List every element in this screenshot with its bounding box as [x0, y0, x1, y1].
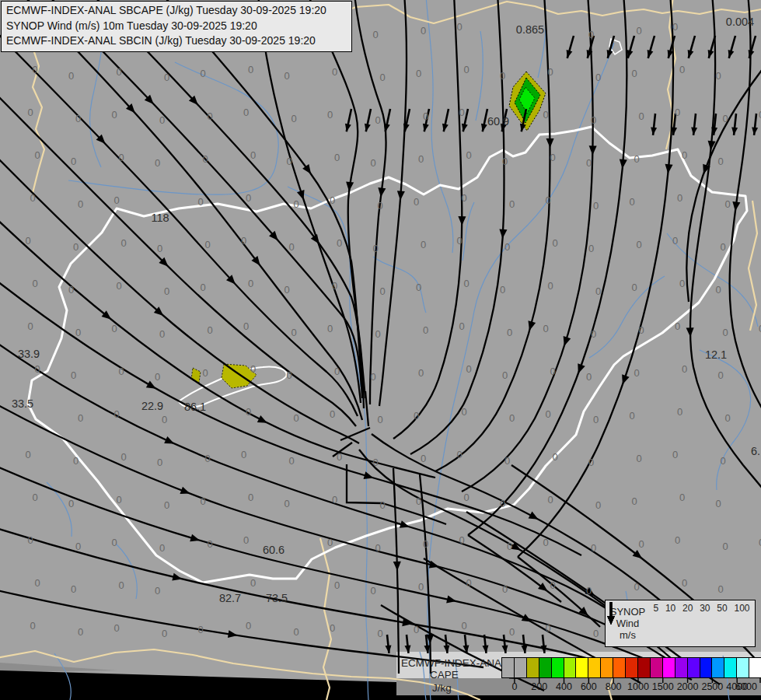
- station-zero: 0: [461, 406, 466, 418]
- station-zero: 0: [717, 156, 723, 167]
- station-zero: 0: [679, 492, 685, 503]
- cape-color-box: [650, 657, 663, 678]
- station-zero: 0: [595, 499, 601, 511]
- station-zero: 0: [504, 455, 510, 467]
- station-zero: 0: [466, 149, 471, 161]
- station-zero: 0: [332, 280, 337, 292]
- station-zero: 0: [71, 369, 76, 381]
- contour-label: 33.5: [12, 397, 33, 410]
- station-zero: 0: [73, 241, 79, 253]
- station-zero: 0: [113, 622, 119, 634]
- station-zero: 0: [459, 320, 464, 332]
- station-zero: 0: [207, 110, 212, 122]
- station-zero: 0: [68, 70, 74, 82]
- station-zero: 0: [675, 534, 680, 546]
- wind-speed-label: 100: [735, 603, 750, 614]
- station-zero: 0: [157, 243, 162, 254]
- contour-label: 12.1: [705, 348, 727, 361]
- station-zero: 0: [334, 152, 340, 163]
- weather-map-app: 0000000000000000000000000000000000000000…: [0, 0, 761, 700]
- wind-speed-column: 30: [700, 603, 710, 646]
- station-zero: 0: [327, 323, 333, 334]
- station-zero: 0: [157, 457, 162, 468]
- station-zero: 0: [68, 284, 74, 296]
- wind-speed-column: 20: [682, 603, 693, 646]
- station-zero: 0: [421, 453, 426, 464]
- station-zero: 0: [595, 72, 601, 83]
- station-zero: 0: [547, 494, 553, 506]
- cape-legend-param: CAPE: [430, 669, 459, 681]
- station-zero: 0: [25, 235, 30, 247]
- station-zero: 0: [679, 278, 685, 289]
- station-zero: 0: [73, 455, 79, 467]
- station-zero: 0: [722, 327, 728, 338]
- station-zero: 0: [377, 200, 382, 212]
- station-zero: 0: [162, 628, 167, 639]
- cape-legend-source: ECMWF-INDEX-ANAL: [401, 657, 508, 669]
- station-zero: 0: [550, 152, 555, 163]
- cape-tick-label: 1000: [627, 681, 649, 692]
- station-zero: 0: [75, 113, 81, 124]
- station-zero: 0: [246, 406, 251, 418]
- station-zero: 0: [502, 369, 508, 381]
- station-zero: 0: [243, 107, 249, 118]
- cape-tick-label: 2500: [701, 681, 723, 692]
- station-zero: 0: [155, 371, 160, 383]
- station-zero: 0: [456, 235, 462, 247]
- station-zero: 0: [591, 328, 596, 340]
- station-zero: 0: [720, 455, 725, 467]
- station-zero: 0: [717, 369, 723, 381]
- station-zero: 0: [120, 237, 126, 249]
- contour-label: 22.9: [141, 400, 163, 412]
- station-zero: 0: [284, 498, 289, 509]
- station-zero: 0: [370, 585, 375, 597]
- station-zero: 0: [204, 453, 210, 464]
- cape-color-box: [687, 657, 700, 678]
- station-zero: 0: [509, 412, 515, 424]
- station-zero: 0: [588, 29, 594, 40]
- station-zero: 0: [724, 412, 730, 424]
- wind-legend-param: Wind: [616, 618, 640, 629]
- station-zero: 0: [372, 29, 378, 40]
- station-zero: 0: [30, 620, 35, 632]
- station-zero: 0: [461, 620, 466, 632]
- station-zero: 0: [116, 280, 121, 292]
- station-zero: 0: [631, 495, 637, 507]
- wind-legend-scale: 510203050100: [650, 600, 755, 646]
- station-zero: 0: [715, 70, 721, 82]
- station-zero: 0: [629, 196, 634, 208]
- station-zero: 0: [118, 579, 124, 591]
- wind-legend-unit: m/s: [620, 629, 636, 641]
- cape-color-box: [637, 657, 651, 678]
- station-zero: 0: [330, 622, 335, 634]
- station-zero: 0: [379, 72, 385, 83]
- station-zero: 0: [284, 284, 289, 296]
- station-zero: 0: [416, 68, 421, 79]
- cape-color-box: [526, 657, 539, 678]
- station-zero: 0: [120, 451, 126, 463]
- station-zero: 0: [414, 624, 419, 635]
- station-zero: 0: [159, 328, 165, 340]
- station-zero: 0: [375, 328, 380, 340]
- contour-label: 118: [151, 212, 169, 224]
- cape-color-box: [539, 657, 552, 678]
- station-zero: 0: [682, 577, 687, 589]
- station-zero: 0: [71, 583, 76, 595]
- station-zero: 0: [207, 324, 212, 336]
- station-zero: 0: [456, 21, 462, 33]
- station-zero: 0: [34, 363, 40, 375]
- station-zero: 0: [500, 70, 505, 82]
- cape-tick-label: 400: [556, 681, 572, 692]
- wind-speed-label: 10: [665, 603, 675, 614]
- station-zero: 0: [591, 542, 596, 554]
- cape-color-box: [625, 657, 638, 678]
- station-zero: 0: [111, 323, 117, 334]
- station-zero: 0: [118, 152, 124, 163]
- station-zero: 0: [27, 320, 33, 332]
- station-zero: 0: [68, 498, 74, 509]
- station-zero: 0: [372, 243, 378, 254]
- station-zero: 0: [377, 414, 382, 425]
- station-zero: 0: [330, 194, 335, 206]
- station-zero: 0: [332, 494, 337, 506]
- station-zero: 0: [250, 577, 256, 589]
